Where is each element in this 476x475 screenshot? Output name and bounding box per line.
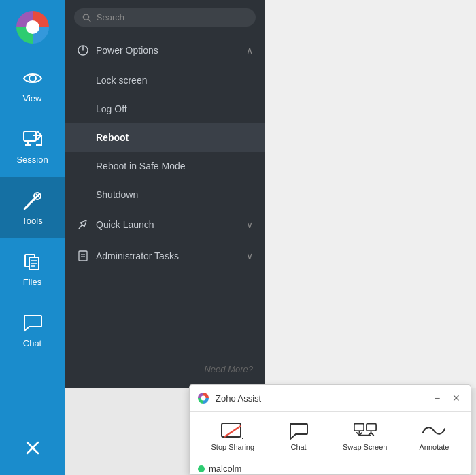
quick-launch-header[interactable]: Quick Launch ∨: [65, 209, 265, 240]
view-icon: [22, 67, 44, 89]
sidebar-item-session-label: Session: [16, 154, 48, 165]
search-input[interactable]: [97, 12, 248, 22]
log-off-item[interactable]: Log Off: [65, 95, 265, 123]
power-options-chevron: ∧: [246, 45, 253, 56]
minimize-button[interactable]: −: [430, 391, 445, 406]
power-icon: [77, 44, 89, 56]
zoho-title: Zoho Assist: [216, 393, 424, 404]
sidebar-item-chat-label: Chat: [23, 338, 41, 348]
sidebar-item-view[interactable]: View: [0, 54, 65, 116]
quick-launch-chevron: ∨: [246, 219, 253, 230]
svg-rect-26: [222, 423, 241, 437]
zoho-logo: [197, 391, 210, 405]
power-options-label: Power Options: [96, 45, 158, 56]
reboot-item[interactable]: Reboot: [65, 123, 265, 152]
sidebar: View Session Tools: [0, 0, 65, 475]
svg-line-27: [224, 426, 241, 437]
zoho-assist-popup: Zoho Assist − ✕ Stop Sharing: [189, 384, 471, 475]
search-icon: [82, 13, 91, 22]
sidebar-item-files-label: Files: [23, 277, 41, 287]
search-bar: [65, 0, 265, 35]
zoho-titlebar: Zoho Assist − ✕: [190, 385, 471, 412]
close-window-button[interactable]: ✕: [449, 391, 464, 406]
sidebar-item-session[interactable]: Session: [0, 116, 65, 177]
menu-panel: Power Options ∧ Lock screen Log Off Rebo…: [65, 0, 265, 388]
svg-point-2: [29, 75, 36, 82]
svg-line-18: [88, 19, 90, 21]
user-status-dot: [198, 465, 205, 472]
chat-button[interactable]: Chat: [279, 419, 318, 454]
swap-screen-label: Swap Screen: [343, 443, 387, 451]
annotate-label: Annotate: [419, 443, 449, 451]
zoho-toolbar: Stop Sharing Chat: [190, 412, 471, 461]
app-logo: [0, 0, 65, 54]
tools-icon: [22, 190, 44, 212]
search-input-wrap[interactable]: [74, 8, 256, 27]
content-area: [265, 0, 476, 388]
stop-sharing-icon: [220, 421, 245, 440]
sidebar-item-tools-label: Tools: [22, 216, 42, 226]
svg-rect-21: [79, 251, 87, 261]
admin-tasks-icon: [77, 250, 89, 262]
sidebar-item-view-label: View: [23, 93, 42, 103]
quick-launch-icon: [77, 218, 89, 231]
power-options-header[interactable]: Power Options ∧: [65, 35, 265, 66]
svg-rect-29: [354, 424, 364, 431]
chat-toolbar-label: Chat: [290, 443, 306, 451]
svg-rect-30: [367, 424, 376, 431]
session-icon: [22, 129, 44, 150]
swap-screen-button[interactable]: Swap Screen: [336, 419, 394, 454]
svg-line-8: [24, 206, 28, 209]
annotate-icon: [422, 421, 446, 440]
sidebar-item-files[interactable]: Files: [0, 238, 65, 299]
sidebar-item-tools[interactable]: Tools: [0, 177, 65, 238]
svg-point-25: [201, 396, 206, 401]
chat-icon: [22, 312, 44, 334]
annotate-button[interactable]: Annotate: [412, 419, 456, 454]
quick-launch-label: Quick Launch: [96, 219, 154, 230]
admin-tasks-label: Administrator Tasks: [96, 250, 179, 261]
reboot-safe-item[interactable]: Reboot in Safe Mode: [65, 152, 265, 180]
zoho-footer: malcolm: [190, 461, 471, 475]
shutdown-item[interactable]: Shutdown: [65, 180, 265, 209]
need-more[interactable]: Need More?: [65, 350, 265, 388]
chat-toolbar-icon: [286, 421, 311, 440]
stop-sharing-label: Stop Sharing: [211, 443, 254, 451]
admin-tasks-chevron: ∨: [246, 250, 253, 261]
sidebar-item-chat[interactable]: Chat: [0, 299, 65, 361]
files-icon: [22, 251, 44, 273]
svg-point-1: [26, 20, 39, 34]
stop-sharing-button[interactable]: Stop Sharing: [204, 419, 261, 454]
close-button[interactable]: [0, 421, 65, 475]
user-name: malcolm: [209, 463, 241, 474]
window-controls: − ✕: [430, 391, 464, 406]
admin-tasks-header[interactable]: Administrator Tasks ∨: [65, 240, 265, 272]
swap-screen-icon: [353, 421, 377, 440]
lock-screen-item[interactable]: Lock screen: [65, 66, 265, 95]
